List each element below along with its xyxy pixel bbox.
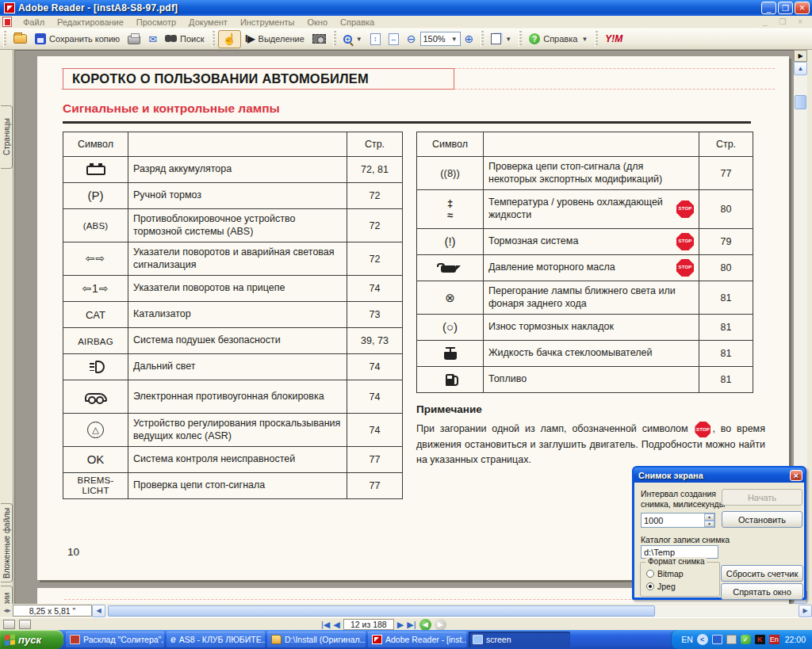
chevron-down-icon: ▼ [451,36,458,43]
kaspersky-icon[interactable]: K [755,635,765,644]
scroll-left-button[interactable]: ◀ [92,605,105,617]
toolbar-grip[interactable] [3,31,6,47]
snapshot-button[interactable] [308,30,330,48]
menu-edit[interactable]: Редактирование [51,17,130,28]
continuous-view-icon[interactable] [19,620,31,629]
taskbar-item-screen[interactable]: screen [469,632,570,647]
minimize-button[interactable]: _ [761,2,776,14]
restore-button[interactable]: ❐ [778,2,793,14]
previous-page-button[interactable]: ◀ [333,620,339,630]
antivirus-shield-icon[interactable]: ✓ [741,635,751,644]
title-bar: Adobe Reader - [instA8-S8-97.pdf] _ ❐ × [0,0,812,16]
radio-selected-icon[interactable] [646,582,654,590]
catalyst-icon: CAT [86,310,105,321]
vertical-scroll-thumb[interactable] [795,95,806,109]
horizontal-scroll-track[interactable] [105,605,799,617]
format-jpeg-radio[interactable]: Jpeg [646,582,676,591]
menu-window[interactable]: Окно [301,17,334,28]
language-indicator[interactable]: EN [681,635,693,644]
horizontal-scroll-thumb[interactable] [108,605,655,617]
last-page-button[interactable]: ▶| [407,620,416,630]
stop-capture-button[interactable]: Остановить [722,511,802,528]
toolbar-grip[interactable] [519,31,522,47]
previous-view-button[interactable]: ◀ [419,619,431,631]
fit-page-button[interactable]: ↕ [366,30,385,48]
start-capture-button[interactable]: Начать [722,489,802,506]
pages-icon [491,33,501,44]
document-window-controls[interactable]: _ ❐ × [763,17,807,26]
page-layout-button[interactable]: ▼ [487,30,515,48]
toolbar-grip[interactable] [212,31,215,47]
dialog-title-bar[interactable]: Снимок экрана × [634,468,805,483]
spin-down-icon[interactable]: ▼ [704,521,714,528]
help-label: Справка [543,34,577,44]
keyboard-layout-icon[interactable]: En [769,635,779,644]
menu-document[interactable]: Документ [182,17,234,28]
zoom-value: 150% [423,34,446,44]
stop-icon: STOP [676,200,694,218]
hand-tool-button[interactable]: ☝ [218,30,241,48]
search-button[interactable]: Поиск [161,30,208,48]
menu-help[interactable]: Справка [334,17,381,28]
format-bitmap-radio[interactable]: Bitmap [646,569,684,578]
zoom-in-button[interactable]: ⊕ [461,30,478,48]
display-settings-icon[interactable] [712,635,722,644]
menu-tools[interactable]: Инструменты [234,17,301,28]
zoom-out-button[interactable]: ⊖ [403,30,420,48]
taskbar-item-explorer[interactable]: D:\Install (Оригинал... [267,632,366,647]
toolbar-grip[interactable] [481,31,484,47]
table-row: (ABS) Противоблокировочное устройство то… [63,209,403,242]
close-button[interactable]: × [795,2,810,14]
yahoo-icon: Y!M [605,33,622,44]
navigation-tab-strip: Страницы Вложенные файлы Комментарии [0,50,13,604]
taskbar-item-solitaire[interactable]: Расклад "Солитера"... [66,632,164,647]
start-button[interactable]: пуск [0,630,63,649]
table-row: △ Устройство регулирования проскальзыван… [63,414,403,447]
table-row: BREMS- LICHT Проверка цепи стоп-сигнала … [63,473,403,499]
fit-height-icon: ↕ [370,33,381,45]
save-copy-button[interactable]: Сохранить копию [31,30,124,48]
dialog-close-button[interactable]: × [790,470,802,481]
next-page-button[interactable]: ▶ [397,620,404,630]
select-tool-button[interactable]: I▶ Выделение [241,30,308,48]
table-row: Дальний свет 74 [63,354,403,380]
tab-attachments[interactable]: Вложенные файлы [1,503,13,582]
zoom-level-combo[interactable]: 150% ▼ [420,32,461,46]
pane-splitter-icon[interactable]: ◂▸ [2,605,13,616]
first-page-button[interactable]: |◀ [321,620,330,630]
toolbar-grip[interactable] [595,31,598,47]
fit-width-icon: ↔ [389,33,399,45]
coolant-temp-icon: ‡ ≈ [447,197,453,221]
tray-collapse-icon[interactable]: < [697,634,708,645]
reset-counter-button[interactable]: Сбросить счетчик [721,565,803,582]
print-button[interactable] [124,30,144,48]
toolbar-grip[interactable] [333,31,336,47]
page-number-indicator[interactable]: 12 из 188 [343,619,394,630]
open-button[interactable] [10,30,31,48]
spinner-buttons[interactable]: ▲▼ [704,513,714,527]
taskbar-item-adobe-reader[interactable]: Adobe Reader - [inst... [368,632,466,647]
taskbar-item-browser[interactable]: e AS8 - КЛУБ ЛЮБИТЕ... [167,632,265,647]
hide-window-button[interactable]: Спрятать окно [721,583,803,600]
radio-icon[interactable] [646,570,654,578]
page-number: 10 [67,546,79,558]
tab-pages[interactable]: Страницы [1,105,13,169]
scroll-up-button[interactable]: ▲ [794,62,807,75]
table-row: (○) Износ тормозных накладок 81 [417,315,753,341]
section-title: Сигнальные и контрольные лампы [63,101,280,116]
taskbar-clock[interactable]: 22:00 [785,635,806,644]
article-menu-button[interactable]: ▶ [794,50,807,62]
email-button[interactable]: ✉ [144,30,161,48]
spin-up-icon[interactable]: ▲ [704,513,714,521]
help-button[interactable]: ? Справка ▼ [525,30,592,48]
fit-width-button[interactable]: ↔ [385,30,403,48]
scroll-right-button[interactable]: ▶ [799,605,812,617]
internet-explorer-icon: e [170,635,176,644]
next-view-button[interactable]: ▶ [435,619,446,631]
menu-file[interactable]: Файл [17,17,51,28]
yahoo-messenger-button[interactable]: Y!M [601,30,626,48]
menu-view[interactable]: Просмотр [130,17,182,28]
task-window-icon[interactable] [726,635,737,644]
zoom-tool-button[interactable]: +▼ [339,30,366,48]
single-page-view-icon[interactable] [3,620,15,629]
